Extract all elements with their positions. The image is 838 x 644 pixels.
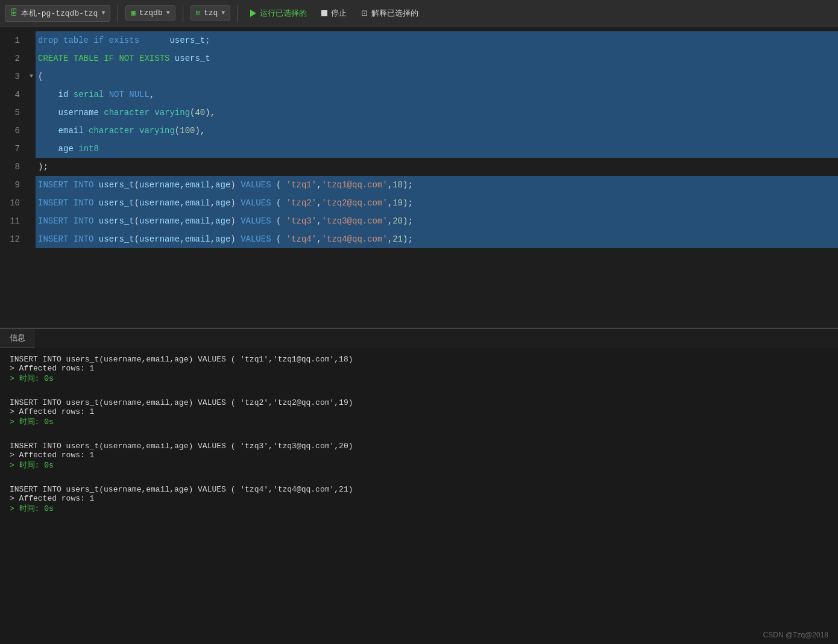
line-number: 6 <box>0 122 27 140</box>
line-content: username character varying(40), <box>36 104 838 122</box>
line-content: email character varying(100), <box>36 122 838 140</box>
code-line: 3▼( <box>0 67 838 86</box>
output-block: INSERT INTO users_t(username,email,age) … <box>10 398 828 427</box>
fold-indicator <box>27 104 36 122</box>
line-number: 8 <box>0 158 27 176</box>
line-content: INSERT INTO users_t(username,email,age) … <box>36 230 838 248</box>
run-label: 运行已选择的 <box>260 8 307 19</box>
separator-3 <box>238 5 238 22</box>
explain-label: 解释已选择的 <box>371 8 418 19</box>
code-line: 9INSERT INTO users_t(username,email,age)… <box>0 176 838 194</box>
code-line: 6 email character varying(100), <box>0 122 838 140</box>
connection-dropdown[interactable]: 🗄 本机-pg-tzqdb-tzq ▼ <box>5 5 110 22</box>
fold-indicator: ▼ <box>27 67 36 86</box>
code-lines: 1drop table if exists users_t;2CREATE TA… <box>0 27 838 253</box>
editor-area[interactable]: 1drop table if exists users_t;2CREATE TA… <box>0 27 838 328</box>
run-button[interactable]: 运行已选择的 <box>245 5 312 21</box>
info-tab[interactable]: 信息 <box>0 329 35 348</box>
explain-icon: ⊡ <box>361 8 368 17</box>
database-icon: ▦ <box>131 8 135 17</box>
output-time: > 时间: 0s <box>10 503 828 514</box>
output-time: > 时间: 0s <box>10 373 828 384</box>
line-content: age int8 <box>36 140 838 158</box>
line-number: 4 <box>0 86 27 104</box>
toolbar: 🗄 本机-pg-tzqdb-tzq ▼ ▦ tzqdb ▼ ⊞ tzq ▼ 运行… <box>0 0 838 27</box>
connection-chevron-icon: ▼ <box>101 10 105 16</box>
output-sql: INSERT INTO users_t(username,email,age) … <box>10 398 828 407</box>
output-affected: > Affected rows: 1 <box>10 451 828 460</box>
output-affected: > Affected rows: 1 <box>10 494 828 503</box>
connection-group: 🗄 本机-pg-tzqdb-tzq ▼ <box>5 5 110 22</box>
fold-indicator <box>27 122 36 140</box>
database-group: ▦ tzqdb ▼ <box>125 5 175 20</box>
fold-indicator <box>27 176 36 194</box>
line-number: 5 <box>0 104 27 122</box>
output-block: INSERT INTO users_t(username,email,age) … <box>10 485 828 514</box>
schema-dropdown[interactable]: ⊞ tzq ▼ <box>191 5 231 20</box>
line-content: ); <box>36 158 838 176</box>
stop-label: 停止 <box>331 8 347 19</box>
schema-chevron-icon: ▼ <box>221 10 225 16</box>
output-sql: INSERT INTO users_t(username,email,age) … <box>10 485 828 494</box>
schema-group: ⊞ tzq ▼ <box>191 5 231 20</box>
output-time: > 时间: 0s <box>10 460 828 470</box>
database-label: tzqdb <box>139 8 163 17</box>
database-dropdown[interactable]: ▦ tzqdb ▼ <box>125 5 175 20</box>
fold-indicator <box>27 31 36 49</box>
line-content: INSERT INTO users_t(username,email,age) … <box>36 176 838 194</box>
output-block: INSERT INTO users_t(username,email,age) … <box>10 355 828 384</box>
line-content: INSERT INTO users_t(username,email,age) … <box>36 194 838 212</box>
watermark: CSDN @Tzq@2018 <box>763 631 828 639</box>
play-icon <box>250 10 256 17</box>
output-affected: > Affected rows: 1 <box>10 364 828 373</box>
line-content: CREATE TABLE IF NOT EXISTS users_t <box>36 49 838 67</box>
fold-indicator <box>27 194 36 212</box>
database-chevron-icon: ▼ <box>166 10 170 16</box>
code-line: 5 username character varying(40), <box>0 104 838 122</box>
fold-indicator <box>27 158 36 176</box>
line-number: 12 <box>0 230 27 248</box>
separator-1 <box>118 5 118 22</box>
code-line: 8); <box>0 158 838 176</box>
line-number: 1 <box>0 31 27 49</box>
stop-icon <box>321 10 327 16</box>
output-time: > 时间: 0s <box>10 416 828 427</box>
code-line: 10INSERT INTO users_t(username,email,age… <box>0 194 838 212</box>
code-line: 2CREATE TABLE IF NOT EXISTS users_t <box>0 49 838 67</box>
connection-db-icon: 🗄 <box>10 8 17 17</box>
schema-label: tzq <box>204 8 218 17</box>
fold-indicator <box>27 212 36 230</box>
schema-icon: ⊞ <box>196 8 200 17</box>
line-content: INSERT INTO users_t(username,email,age) … <box>36 212 838 230</box>
output-area[interactable]: INSERT INTO users_t(username,email,age) … <box>0 348 838 644</box>
output-block: INSERT INTO users_t(username,email,age) … <box>10 442 828 470</box>
code-line: 4 id serial NOT NULL, <box>0 86 838 104</box>
info-panel: 信息 INSERT INTO users_t(username,email,ag… <box>0 328 838 644</box>
connection-label: 本机-pg-tzqdb-tzq <box>21 8 98 19</box>
line-number: 2 <box>0 49 27 67</box>
line-number: 3 <box>0 67 27 86</box>
fold-indicator <box>27 230 36 248</box>
explain-button[interactable]: ⊡ 解释已选择的 <box>356 5 423 21</box>
separator-2 <box>183 5 183 22</box>
output-sql: INSERT INTO users_t(username,email,age) … <box>10 355 828 364</box>
code-line: 11INSERT INTO users_t(username,email,age… <box>0 212 838 230</box>
line-content: id serial NOT NULL, <box>36 86 838 104</box>
code-line: 1drop table if exists users_t; <box>0 31 838 49</box>
line-number: 10 <box>0 194 27 212</box>
output-affected: > Affected rows: 1 <box>10 407 828 416</box>
stop-button[interactable]: 停止 <box>317 5 351 21</box>
line-number: 9 <box>0 176 27 194</box>
output-sql: INSERT INTO users_t(username,email,age) … <box>10 442 828 451</box>
line-content: drop table if exists users_t; <box>36 31 838 49</box>
line-number: 7 <box>0 140 27 158</box>
fold-indicator <box>27 140 36 158</box>
code-line: 12INSERT INTO users_t(username,email,age… <box>0 230 838 248</box>
code-line: 7 age int8 <box>0 140 838 158</box>
fold-indicator <box>27 86 36 104</box>
line-number: 11 <box>0 212 27 230</box>
fold-indicator <box>27 49 36 67</box>
line-content: ( <box>36 67 838 86</box>
